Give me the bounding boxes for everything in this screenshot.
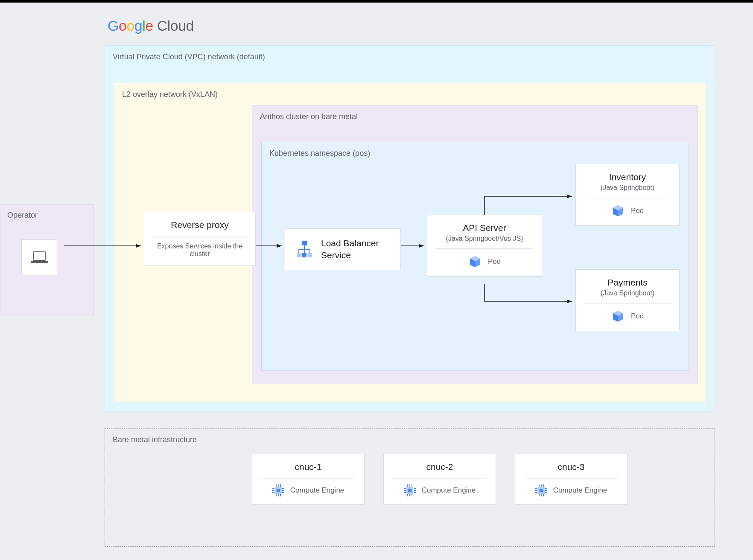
- inventory-subtitle: (Java Springboot): [584, 184, 671, 192]
- anthos-label: Anthos cluster on bare metal: [260, 112, 358, 121]
- pod-icon: [611, 204, 625, 218]
- payments-title: Payments: [584, 277, 671, 288]
- k8s-label: Kubernetes namespace (pos): [269, 149, 370, 158]
- cnuc-3-title: cnuc-3: [524, 462, 619, 472]
- api-pod-label: Pod: [488, 257, 501, 266]
- bare-metal-label: Bare metal infrastructure: [113, 435, 197, 444]
- svg-rect-0: [33, 252, 45, 260]
- svg-rect-1: [31, 261, 48, 263]
- cnuc-2-ce-label: Compute Engine: [422, 486, 476, 495]
- svg-rect-2: [302, 241, 307, 245]
- compute-engine-icon: [535, 484, 547, 496]
- cnuc-1-title: cnuc-1: [261, 462, 356, 472]
- api-server-subtitle: (Java Springboot/Vus JS): [436, 235, 533, 242]
- svg-rect-35: [540, 489, 543, 492]
- reverse-proxy-title: Reverse proxy: [153, 220, 247, 230]
- load-balancer-icon: [295, 240, 313, 258]
- payments-card: Payments (Java Springboot) Pod: [575, 269, 680, 331]
- payments-subtitle: (Java Springboot): [584, 289, 671, 297]
- laptop-icon: [31, 251, 48, 264]
- payments-pod-label: Pod: [631, 312, 644, 321]
- reverse-proxy-card: Reverse proxy Exposes Services inside th…: [144, 212, 256, 266]
- compute-engine-icon: [272, 484, 284, 496]
- lb-line1: Load Balancer: [321, 238, 379, 248]
- cnuc-1-ce-label: Compute Engine: [290, 486, 344, 495]
- cnuc-2-title: cnuc-2: [392, 462, 487, 472]
- vpc-label: Virtual Private Cloud (VPC) network (def…: [113, 52, 265, 61]
- cnuc-3-ce-label: Compute Engine: [553, 486, 607, 495]
- pod-icon: [611, 309, 625, 323]
- compute-engine-icon: [404, 484, 416, 496]
- load-balancer-card: Load Balancer Service: [285, 228, 401, 270]
- cnuc-1-card: cnuc-1 Compute Engine: [252, 454, 365, 505]
- lb-line2: Service: [321, 250, 379, 260]
- svg-rect-4: [302, 253, 306, 257]
- api-server-card: API Server (Java Springboot/Vus JS) Pod: [427, 215, 542, 277]
- inventory-card: Inventory (Java Springboot) Pod: [575, 164, 680, 226]
- reverse-proxy-desc: Exposes Services inside the cluster: [153, 242, 247, 258]
- api-server-title: API Server: [436, 223, 533, 233]
- svg-rect-3: [297, 253, 301, 257]
- inventory-title: Inventory: [584, 172, 671, 182]
- operator-label: Operator: [7, 211, 38, 220]
- cnuc-3-card: cnuc-3 Compute Engine: [515, 454, 628, 505]
- svg-rect-7: [277, 489, 280, 492]
- inventory-pod-label: Pod: [631, 207, 644, 215]
- google-cloud-logo: Google Cloud: [108, 18, 194, 34]
- cnuc-2-card: cnuc-2 Compute Engine: [383, 454, 496, 505]
- l2-label: L2 overlay network (VxLAN): [122, 90, 218, 99]
- pod-icon: [468, 255, 482, 268]
- svg-rect-5: [308, 253, 312, 257]
- svg-rect-21: [408, 489, 412, 492]
- operator-laptop: [21, 239, 57, 275]
